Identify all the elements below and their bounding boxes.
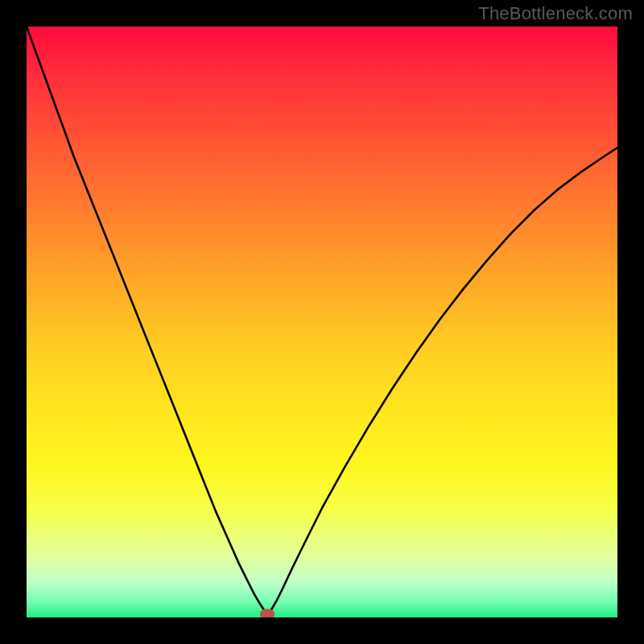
bottleneck-curve (27, 27, 617, 614)
curve-svg (27, 27, 617, 617)
watermark-text: TheBottleneck.com (478, 3, 633, 24)
plot-area (27, 27, 617, 617)
minimum-marker (260, 609, 275, 617)
chart-frame: TheBottleneck.com (0, 0, 644, 644)
